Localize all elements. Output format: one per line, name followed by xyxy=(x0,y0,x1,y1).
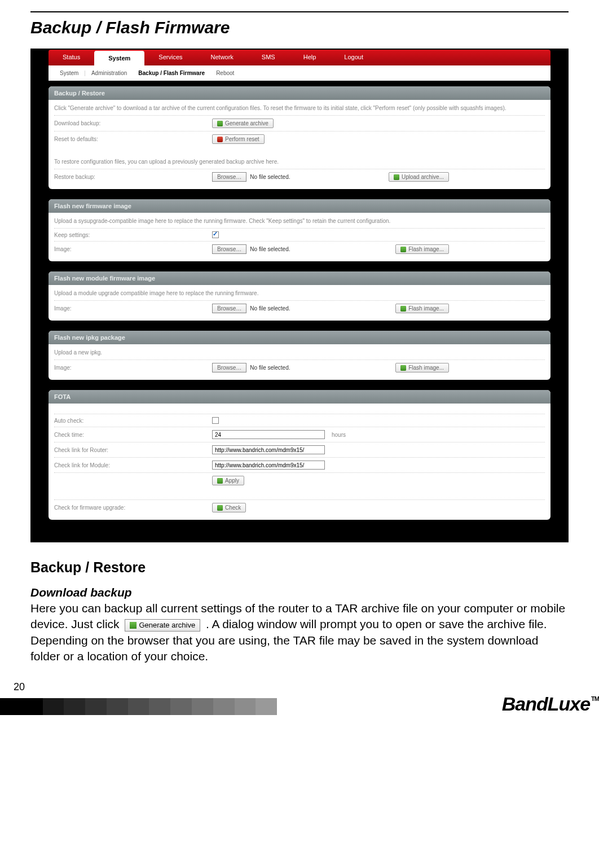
label-restore-backup: Restore backup: xyxy=(54,174,212,180)
flash-image-button[interactable]: Flash image... xyxy=(395,304,449,313)
tab-sms[interactable]: SMS xyxy=(248,50,289,65)
file-status: No file selected. xyxy=(250,305,290,312)
green-icon xyxy=(217,121,223,126)
file-status: No file selected. xyxy=(250,246,290,252)
tab-system[interactable]: System xyxy=(94,51,144,65)
tab-logout[interactable]: Logout xyxy=(330,50,377,65)
apply-button[interactable]: Apply xyxy=(212,476,244,485)
unit-hours: hours xyxy=(332,432,346,438)
screenshot-panel: Status System Services Network SMS Help … xyxy=(30,49,569,542)
browse-button[interactable]: Browse… xyxy=(212,304,246,313)
flash-image-button[interactable]: Flash image... xyxy=(395,244,449,254)
sub-tabs: System | Administration Backup / Flash F… xyxy=(49,65,550,81)
check-button[interactable]: Check xyxy=(212,503,246,512)
panel-head: Backup / Restore xyxy=(49,86,550,100)
check-time-input[interactable] xyxy=(212,430,325,439)
btn-label: Apply xyxy=(225,477,239,484)
label-reset-defaults: Reset to defaults: xyxy=(54,136,212,142)
panel-head: Flash new firmware image xyxy=(49,199,550,213)
subtab-reboot[interactable]: Reboot xyxy=(216,70,234,76)
file-status: No file selected. xyxy=(250,365,290,371)
tab-network[interactable]: Network xyxy=(197,50,248,65)
label-check-upgrade: Check for firmware upgrade: xyxy=(54,505,212,511)
panel-head: Flash new module firmware image xyxy=(49,271,550,285)
page-title: Backup / Flash Firmware xyxy=(30,18,569,37)
doc-h2: Backup / Restore xyxy=(30,559,569,576)
tab-services[interactable]: Services xyxy=(144,50,196,65)
perform-reset-button[interactable]: Perform reset xyxy=(212,134,265,144)
flash-image-button[interactable]: Flash image... xyxy=(395,363,449,372)
hint-text: Click "Generate archive" to download a t… xyxy=(54,104,545,112)
panel-head: FOTA xyxy=(49,390,550,404)
btn-label: Generate archive xyxy=(139,620,195,630)
panel-backup-restore: Backup / Restore Click "Generate archive… xyxy=(49,86,550,189)
label-module-link: Check link for Module: xyxy=(54,462,212,468)
subtab-admin[interactable]: Administration xyxy=(91,70,127,76)
auto-check-checkbox[interactable] xyxy=(212,417,219,424)
green-icon xyxy=(217,478,223,484)
label-image: Image: xyxy=(54,305,212,312)
doc-h3: Download backup xyxy=(30,586,569,599)
btn-label: Perform reset xyxy=(225,136,259,142)
panel-flash-ipkg: Flash new ipkg package Upload a new ipkg… xyxy=(49,331,550,380)
brand-logo: BandLuxeTM xyxy=(502,693,599,715)
hint-text: Upload a sysupgrade-compatible image her… xyxy=(54,217,545,225)
green-icon xyxy=(400,365,406,371)
panel-flash-module: Flash new module firmware image Upload a… xyxy=(49,271,550,321)
subtab-backup[interactable]: Backup / Flash Firmware xyxy=(138,70,205,76)
trademark-icon: TM xyxy=(591,695,599,702)
router-link-input[interactable] xyxy=(212,445,325,454)
label-image: Image: xyxy=(54,246,212,252)
inline-generate-archive-button: Generate archive xyxy=(125,619,200,632)
label-auto-check: Auto check: xyxy=(54,418,212,424)
green-icon xyxy=(394,174,399,180)
upload-archive-button[interactable]: Upload archive... xyxy=(389,172,449,182)
hint-text: Upload a module upgrade compatible image… xyxy=(54,290,545,297)
keep-settings-checkbox[interactable] xyxy=(212,231,219,238)
color-strip xyxy=(0,698,384,715)
panel-fota: FOTA Auto check: Check time: hours xyxy=(49,390,550,520)
green-icon xyxy=(400,247,406,252)
hint-text: To restore configuration files, you can … xyxy=(54,158,545,165)
page-footer: BandLuxeTM xyxy=(0,693,599,715)
browse-button[interactable]: Browse… xyxy=(212,172,246,182)
main-tabs: Status System Services Network SMS Help … xyxy=(49,50,550,65)
green-icon xyxy=(130,622,136,629)
brand-text: BandLuxe xyxy=(502,693,590,715)
browse-button[interactable]: Browse… xyxy=(212,363,246,372)
btn-label: Flash image... xyxy=(408,305,444,312)
label-check-time: Check time: xyxy=(54,432,212,438)
panel-flash-firmware: Flash new firmware image Upload a sysupg… xyxy=(49,199,550,261)
red-icon xyxy=(217,137,223,142)
module-link-input[interactable] xyxy=(212,461,325,470)
file-status: No file selected. xyxy=(250,174,290,180)
browse-button[interactable]: Browse… xyxy=(212,244,246,254)
label-download-backup: Download backup: xyxy=(54,120,212,126)
btn-label: Check xyxy=(225,505,241,511)
btn-label: Flash image... xyxy=(408,246,444,252)
label-keep-settings: Keep settings: xyxy=(54,232,212,238)
green-icon xyxy=(217,505,223,511)
panel-head: Flash new ipkg package xyxy=(49,331,550,344)
doc-paragraph: Here you can backup all current settings… xyxy=(30,600,569,664)
label-image: Image: xyxy=(54,365,212,371)
page-number: 20 xyxy=(14,681,599,693)
tab-status[interactable]: Status xyxy=(49,50,94,65)
btn-label: Generate archive xyxy=(225,120,268,126)
label-router-link: Check link for Router: xyxy=(54,447,212,453)
separator: | xyxy=(84,70,86,76)
generate-archive-button[interactable]: Generate archive xyxy=(212,119,274,128)
green-icon xyxy=(400,306,406,312)
hint-text: Upload a new ipkg. xyxy=(54,349,545,356)
subtab-system[interactable]: System xyxy=(60,70,78,76)
btn-label: Upload archive... xyxy=(402,174,444,180)
btn-label: Flash image... xyxy=(408,365,444,371)
tab-help[interactable]: Help xyxy=(289,50,331,65)
